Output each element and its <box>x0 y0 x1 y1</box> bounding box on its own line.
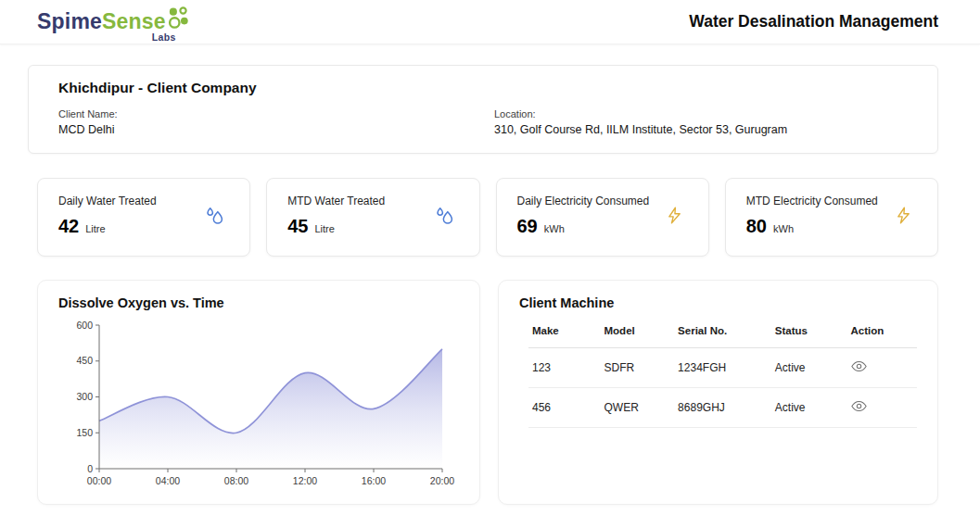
bottom-section: Dissolve Oxygen vs. Time 015030045060000… <box>37 280 938 505</box>
svg-text:150: 150 <box>76 427 93 438</box>
stat-card-daily-electricity: Daily Electricity Consumed 69 kWh <box>496 178 709 257</box>
svg-text:16:00: 16:00 <box>362 475 386 486</box>
eye-icon <box>851 401 867 415</box>
column-header-make: Make <box>528 318 601 348</box>
column-header-model: Model <box>601 318 675 348</box>
brand-name: SpimeSense <box>37 9 166 33</box>
stat-card-mtd-electricity: MTD Electricity Consumed 80 kWh <box>725 178 938 257</box>
stat-unit: Litre <box>315 223 335 234</box>
column-header-status: Status <box>771 318 847 348</box>
dissolve-oxygen-chart: 015030045060000:0004:0008:0012:0016:0020… <box>58 318 459 503</box>
brand-name-secondary: Sense <box>102 9 166 33</box>
serial-cell: 1234FGH <box>674 348 771 388</box>
svg-text:450: 450 <box>76 355 93 366</box>
column-header-serial: Serial No. <box>674 318 771 348</box>
model-cell: QWER <box>601 388 675 428</box>
stat-value: 45 <box>287 216 308 236</box>
stat-label: Daily Electricity Consumed <box>517 195 688 207</box>
stat-label: MTD Electricity Consumed <box>746 195 917 207</box>
client-name-label: Client Name: <box>58 108 494 119</box>
view-action-button[interactable] <box>851 400 867 412</box>
make-cell: 123 <box>528 348 601 388</box>
location-label: Location: <box>494 108 908 119</box>
brand-sub-label: Labs <box>152 31 176 43</box>
svg-text:600: 600 <box>76 320 93 331</box>
make-cell: 456 <box>528 388 601 428</box>
stat-value: 42 <box>58 216 79 236</box>
stat-card-daily-water: Daily Water Treated 42 Litre <box>37 178 250 257</box>
column-header-action: Action <box>847 318 917 348</box>
location-value: 310, Golf Course Rd, IILM Institute, Sec… <box>494 123 908 136</box>
location-field: Location: 310, Golf Course Rd, IILM Inst… <box>494 108 908 136</box>
lightning-bolt-icon <box>665 205 684 230</box>
lightning-bolt-icon <box>894 205 913 230</box>
svg-text:04:00: 04:00 <box>156 475 180 486</box>
svg-text:0: 0 <box>87 463 93 474</box>
client-heading: Khichdipur - Client Company <box>58 80 908 96</box>
client-name-value: MCD Delhi <box>58 123 494 136</box>
eye-icon <box>851 361 867 375</box>
brand-name-primary: Spime <box>37 9 102 33</box>
svg-text:20:00: 20:00 <box>430 475 454 486</box>
stat-cards-row: Daily Water Treated 42 Litre MTD Water T… <box>37 178 938 257</box>
table-header-row: Make Model Serial No. Status Action <box>528 318 917 348</box>
water-drop-icon <box>204 205 225 230</box>
water-drop-icon <box>434 205 455 230</box>
table-row: 123 SDFR 1234FGH Active <box>528 348 917 388</box>
view-action-button[interactable] <box>851 360 867 372</box>
serial-cell: 8689GHJ <box>674 388 771 428</box>
chart-card: Dissolve Oxygen vs. Time 015030045060000… <box>37 280 480 505</box>
svg-text:00:00: 00:00 <box>87 475 111 486</box>
client-info-card: Khichdipur - Client Company Client Name:… <box>28 65 938 154</box>
stat-card-mtd-water: MTD Water Treated 45 Litre <box>266 178 479 257</box>
brand-logo: SpimeSense Labs <box>37 7 191 36</box>
stat-unit: kWh <box>544 223 565 234</box>
machine-table: Make Model Serial No. Status Action 123 … <box>528 318 917 428</box>
svg-text:08:00: 08:00 <box>224 475 248 486</box>
machine-card: Client Machine Make Model Serial No. Sta… <box>498 280 938 505</box>
svg-text:12:00: 12:00 <box>293 475 317 486</box>
client-name-field: Client Name: MCD Delhi <box>58 108 494 136</box>
status-cell: Active <box>771 388 847 428</box>
stat-value: 69 <box>517 216 538 236</box>
stat-unit: Litre <box>85 223 105 234</box>
page-title: Water Desalination Management <box>689 12 938 31</box>
stat-value: 80 <box>746 216 767 236</box>
table-row: 456 QWER 8689GHJ Active <box>528 388 917 428</box>
machine-heading: Client Machine <box>519 295 917 310</box>
stat-unit: kWh <box>773 223 794 234</box>
app-header: SpimeSense Labs Water Desalination Manag… <box>0 0 980 44</box>
chart-title: Dissolve Oxygen vs. Time <box>58 295 459 310</box>
status-cell: Active <box>771 348 847 388</box>
model-cell: SDFR <box>601 348 675 388</box>
svg-text:300: 300 <box>76 391 93 402</box>
